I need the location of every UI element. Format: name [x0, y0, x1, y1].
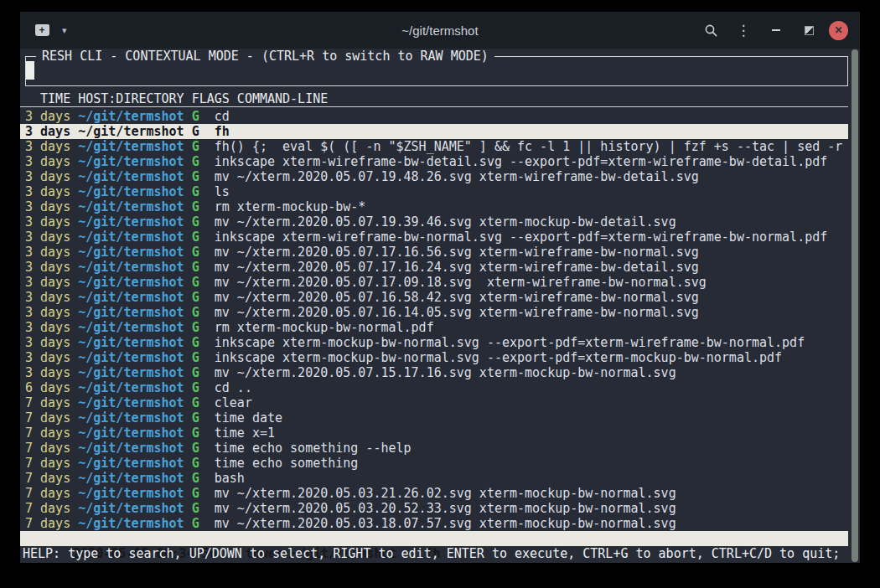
cell-time: 3 days	[25, 350, 70, 365]
history-row[interactable]: 3 days ~/git/termshot G rm xterm-mockup-…	[20, 199, 848, 214]
minimize-button[interactable]	[764, 18, 789, 43]
history-row[interactable]: 7 days ~/git/termshot G time echo someth…	[20, 441, 848, 456]
cell-directory: ~/git/termshot	[78, 486, 184, 501]
history-row[interactable]: 6 days ~/git/termshot G cd ..	[20, 380, 848, 395]
history-row[interactable]: 7 days ~/git/termshot G mv ~/xterm.2020.…	[20, 516, 848, 531]
history-row[interactable]: 3 days ~/git/termshot G inkscape xterm-m…	[20, 350, 848, 365]
cell-time: 3 days	[25, 320, 70, 335]
cell-time: 7 days	[25, 426, 70, 441]
history-row[interactable]: 3 days ~/git/termshot G mv ~/xterm.2020.…	[20, 214, 848, 230]
cell-flags: G	[192, 335, 199, 350]
cell-time: 3 days	[25, 335, 70, 350]
history-row[interactable]: 3 days ~/git/termshot G mv ~/xterm.2020.…	[20, 290, 848, 305]
new-tab-button[interactable]: +	[32, 20, 52, 40]
cell-time: 3 days	[25, 154, 70, 169]
history-row[interactable]: 7 days ~/git/termshot G time date	[20, 410, 848, 426]
cell-flags: G	[192, 380, 199, 395]
cell-directory: ~/git/termshot	[78, 199, 184, 214]
cell-flags: G	[192, 410, 199, 426]
history-row[interactable]: 3 days ~/git/termshot G mv ~/xterm.2020.…	[20, 305, 848, 320]
cell-time: 7 days	[25, 395, 70, 410]
cell-flags: G	[192, 365, 199, 380]
cell-command: rm xterm-mockup-bw-*	[215, 199, 366, 214]
history-row[interactable]: 3 days ~/git/termshot G mv ~/xterm.2020.…	[20, 365, 848, 380]
cell-flags: G	[192, 486, 199, 501]
search-input-box[interactable]: RESH CLI - CONTEXTUAL MODE - (CTRL+R to …	[25, 56, 848, 86]
cell-flags: G	[192, 441, 199, 456]
cell-command: inkscape xterm-wireframe-bw-detail.svg -…	[215, 154, 828, 169]
cell-time: 3 days	[25, 365, 70, 380]
history-row[interactable]: 3 days ~/git/termshot G mv ~/xterm.2020.…	[20, 260, 848, 275]
cell-directory: ~/git/termshot	[78, 320, 184, 335]
cell-directory: ~/git/termshot	[78, 260, 184, 275]
history-row[interactable]: 3 days ~/git/termshot G mv ~/xterm.2020.…	[20, 275, 848, 290]
cell-directory: ~/git/termshot	[78, 380, 184, 395]
cell-flags: G	[192, 169, 199, 184]
history-row[interactable]: 3 days ~/git/termshot G mv ~/xterm.2020.…	[20, 245, 848, 260]
cell-command: mv ~/xterm.2020.05.03.20.52.33.svg xterm…	[215, 501, 676, 516]
status-bar: 2020-05-08 00:34:56tower:~/git/termshotf…	[20, 531, 848, 546]
history-row[interactable]: 3 days ~/git/termshot G inkscape xterm-w…	[20, 230, 848, 245]
cell-time: 7 days	[25, 456, 70, 471]
history-row[interactable]: 7 days ~/git/termshot G bash	[20, 471, 848, 486]
history-row[interactable]: 3 days ~/git/termshot G cd	[20, 109, 848, 124]
cell-flags: G	[192, 456, 199, 471]
cell-directory: ~/git/termshot	[78, 410, 184, 426]
cell-directory: ~/git/termshot	[78, 350, 184, 365]
restore-button[interactable]	[796, 18, 821, 43]
cell-time: 7 days	[25, 441, 70, 456]
history-row[interactable]: 3 days ~/git/termshot G fh	[20, 124, 848, 139]
cell-directory: ~/git/termshot	[78, 154, 184, 169]
cell-directory: ~/git/termshot	[78, 139, 184, 154]
cell-directory: ~/git/termshot	[78, 230, 184, 245]
cell-flags: G	[192, 124, 199, 139]
minimize-icon	[772, 29, 780, 31]
cell-time: 6 days	[25, 380, 70, 395]
cell-time: 7 days	[25, 486, 70, 501]
history-row[interactable]: 7 days ~/git/termshot G mv ~/xterm.2020.…	[20, 501, 848, 516]
search-icon	[704, 23, 718, 38]
cell-command: time x=1	[215, 426, 275, 441]
chevron-down-icon[interactable]: ▾	[62, 25, 67, 36]
history-row[interactable]: 3 days ~/git/termshot G rm xterm-mockup-…	[20, 320, 848, 335]
history-row[interactable]: 7 days ~/git/termshot G clear	[20, 395, 848, 410]
cell-time: 3 days	[25, 109, 70, 124]
history-row[interactable]: 3 days ~/git/termshot G inkscape xterm-w…	[20, 154, 848, 169]
history-list: 3 days ~/git/termshot G cd3 days ~/git/t…	[25, 109, 848, 531]
cell-directory: ~/git/termshot	[78, 109, 184, 124]
history-row[interactable]: 3 days ~/git/termshot G inkscape xterm-m…	[20, 335, 848, 350]
cell-directory: ~/git/termshot	[78, 305, 184, 320]
history-row[interactable]: 3 days ~/git/termshot G ls	[20, 184, 848, 199]
new-tab-icon: +	[35, 24, 49, 36]
cell-flags: G	[192, 245, 199, 260]
search-button[interactable]	[698, 18, 723, 43]
cell-directory: ~/git/termshot	[78, 365, 184, 380]
cell-flags: G	[192, 275, 199, 290]
history-row[interactable]: 7 days ~/git/termshot G time x=1	[20, 426, 848, 441]
cell-time: 7 days	[25, 516, 70, 531]
cell-flags: G	[192, 395, 199, 410]
history-row[interactable]: 7 days ~/git/termshot G time echo someth…	[20, 456, 848, 471]
cell-flags: G	[192, 516, 199, 531]
restore-icon	[805, 26, 814, 35]
cell-directory: ~/git/termshot	[78, 245, 184, 260]
cell-flags: G	[192, 471, 199, 486]
cell-flags: G	[192, 426, 199, 441]
cell-command: rm xterm-mockup-bw-normal.pdf	[215, 320, 434, 335]
scrollbar[interactable]	[852, 49, 858, 562]
terminal-content: RESH CLI - CONTEXTUAL MODE - (CTRL+R to …	[20, 49, 860, 563]
cell-command: cd ..	[215, 380, 252, 395]
cell-time: 7 days	[25, 501, 70, 516]
menu-button[interactable]: ⋮	[731, 18, 756, 43]
cell-command: mv ~/xterm.2020.05.07.19.48.26.svg xterm…	[215, 169, 699, 184]
cell-command: mv ~/xterm.2020.05.03.18.07.57.svg xterm…	[215, 516, 676, 531]
cell-directory: ~/git/termshot	[78, 214, 184, 230]
cell-command: time date	[215, 410, 282, 426]
close-button[interactable]: ✕	[829, 21, 848, 40]
cell-flags: G	[192, 501, 199, 516]
history-row[interactable]: 7 days ~/git/termshot G mv ~/xterm.2020.…	[20, 486, 848, 501]
history-row[interactable]: 3 days ~/git/termshot G fh() {; eval $( …	[20, 139, 848, 154]
history-row[interactable]: 3 days ~/git/termshot G mv ~/xterm.2020.…	[20, 169, 848, 184]
close-icon: ✕	[834, 24, 842, 36]
cursor-block	[26, 61, 34, 80]
